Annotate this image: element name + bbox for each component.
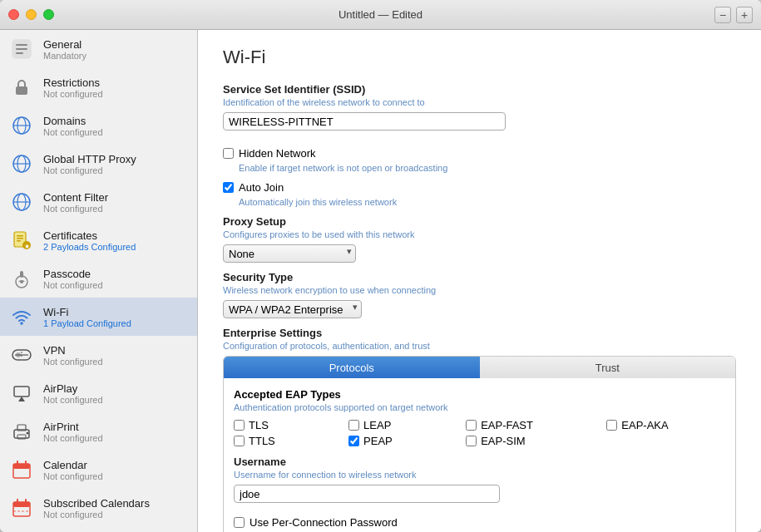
content-filter-text: Content Filter Not configured (43, 191, 108, 214)
eap-tls: TLS (234, 419, 332, 431)
svg-rect-17 (17, 240, 21, 242)
per-connection-checkbox[interactable] (234, 517, 245, 528)
auto-join-checkbox[interactable] (223, 182, 234, 193)
svg-rect-39 (13, 502, 30, 507)
traffic-lights (8, 9, 54, 20)
airprint-icon (8, 418, 35, 445)
eap-sim-checkbox[interactable] (466, 436, 477, 446)
main-area: General Mandatory Restrictions Not confi… (0, 30, 761, 532)
svg-rect-35 (13, 464, 30, 469)
passcode-sublabel: Not configured (43, 280, 103, 290)
eap-fast-checkbox[interactable] (466, 420, 477, 431)
sidebar-item-airplay[interactable]: AirPlay Not configured (0, 374, 197, 412)
per-connection-row: Use Per-Connection Password (234, 516, 725, 529)
certificates-sublabel: 2 Payloads Configured (43, 242, 136, 252)
svg-rect-28 (14, 387, 29, 397)
hidden-network-checkbox[interactable] (223, 148, 234, 159)
window: Untitled — Edited − + General (0, 0, 761, 532)
certificates-icon: ★ (8, 227, 35, 254)
eap-aka-checkbox[interactable] (606, 420, 617, 431)
content-area: Wi-Fi Service Set Identifier (SSID) Iden… (198, 30, 761, 532)
hidden-network-desc: Enable if target network is not open or … (239, 163, 736, 173)
general-sublabel: Mandatory (43, 51, 86, 61)
eap-leap-label: LEAP (363, 419, 391, 431)
security-select[interactable]: WPA / WPA2 Enterprise WPA / WPA2 Persona… (223, 300, 362, 318)
general-label: General (43, 38, 86, 51)
calendar-icon (8, 456, 35, 483)
sidebar-item-passcode[interactable]: Passcode Not configured (0, 259, 197, 298)
plus-button[interactable]: + (736, 7, 753, 23)
fullscreen-button[interactable] (43, 9, 54, 20)
svg-rect-2 (16, 48, 27, 50)
sidebar-item-subscribed-calendars[interactable]: Subscribed Calendars Not configured (0, 489, 197, 527)
content-filter-label: Content Filter (43, 191, 108, 204)
eap-ttls-checkbox[interactable] (234, 436, 245, 446)
subscribed-calendars-text: Subscribed Calendars Not configured (43, 497, 150, 520)
general-text: General Mandatory (43, 38, 86, 61)
subscribed-calendars-icon (8, 495, 35, 521)
vpn-label: VPN (43, 344, 103, 357)
svg-point-33 (27, 432, 29, 435)
eap-sim: EAP-SIM (466, 435, 590, 447)
vpn-icon (8, 342, 35, 368)
enterprise-label: Enterprise Settings (223, 327, 736, 339)
sidebar-item-restrictions[interactable]: Restrictions Not configured (0, 68, 197, 106)
eap-desc: Authentication protocols supported on ta… (234, 402, 725, 412)
airprint-text: AirPrint Not configured (43, 421, 103, 443)
domains-icon (8, 112, 35, 139)
proxy-select[interactable]: None Manual Auto (223, 244, 356, 263)
per-connection-section: Use Per-Connection Password Request duri… (234, 516, 725, 532)
ssid-label: Service Set Identifier (SSID) (223, 83, 736, 96)
sidebar-item-content-filter[interactable]: Content Filter Not configured (0, 183, 197, 221)
svg-point-26 (16, 352, 21, 357)
airprint-sublabel: Not configured (43, 433, 103, 443)
eap-tls-checkbox[interactable] (234, 420, 245, 431)
calendar-label: Calendar (43, 459, 103, 471)
proxy-text: Global HTTP Proxy Not configured (43, 153, 136, 175)
proxy-icon (8, 150, 35, 177)
airplay-text: AirPlay Not configured (43, 382, 103, 405)
sidebar-item-certificates[interactable]: ★ Certificates 2 Payloads Configured (0, 221, 197, 259)
sidebar-item-calendar[interactable]: Calendar Not configured (0, 451, 197, 489)
svg-point-21 (20, 280, 23, 283)
eap-ttls: TTLS (234, 435, 332, 447)
passcode-text: Passcode Not configured (43, 268, 103, 290)
svg-rect-3 (16, 52, 23, 54)
calendar-sublabel: Not configured (43, 471, 103, 481)
auto-join-desc: Automatically join this wireless network (239, 197, 736, 207)
eap-label: Accepted EAP Types (234, 388, 725, 401)
certificates-label: Certificates (43, 229, 136, 242)
minus-button[interactable]: − (714, 7, 731, 23)
eap-leap-checkbox[interactable] (348, 420, 359, 431)
username-input[interactable] (234, 485, 500, 503)
sidebar-item-global-http-proxy[interactable]: Global HTTP Proxy Not configured (0, 145, 197, 183)
ssid-input[interactable] (223, 112, 506, 131)
security-type-label: Security Type (223, 271, 736, 283)
sidebar-item-domains[interactable]: Domains Not configured (0, 106, 197, 145)
enterprise-section: Enterprise Settings Configuration of pro… (223, 327, 736, 532)
tab-protocols[interactable]: Protocols (224, 357, 480, 378)
minimize-button[interactable] (26, 9, 37, 20)
sidebar-item-airprint[interactable]: AirPrint Not configured (0, 412, 197, 451)
sidebar-item-wifi[interactable]: Wi-Fi 1 Payload Configured (0, 298, 197, 336)
window-title: Untitled — Edited (338, 8, 423, 21)
close-button[interactable] (8, 9, 19, 20)
titlebar: Untitled — Edited − + (0, 0, 761, 30)
sidebar-item-general[interactable]: General Mandatory (0, 30, 197, 68)
wifi-label: Wi-Fi (43, 306, 131, 318)
restrictions-text: Restrictions Not configured (43, 76, 103, 99)
ssid-desc: Identification of the wireless network t… (223, 97, 736, 107)
content-filter-icon (8, 189, 35, 215)
sidebar-item-vpn[interactable]: VPN Not configured (0, 336, 197, 374)
proxy-select-wrapper: None Manual Auto (223, 244, 356, 263)
passcode-label: Passcode (43, 268, 103, 280)
eap-peap-checkbox[interactable] (348, 436, 359, 446)
tab-trust[interactable]: Trust (480, 357, 736, 378)
hidden-network-label: Hidden Network (239, 147, 316, 160)
subscribed-calendars-sublabel: Not configured (43, 510, 150, 520)
sidebar: General Mandatory Restrictions Not confi… (0, 30, 198, 532)
window-controls-right: − + (714, 7, 753, 23)
svg-rect-16 (17, 238, 23, 239)
eap-aka-label: EAP-AKA (621, 419, 668, 431)
sidebar-item-contacts[interactable]: Contacts Not configured (0, 527, 197, 532)
